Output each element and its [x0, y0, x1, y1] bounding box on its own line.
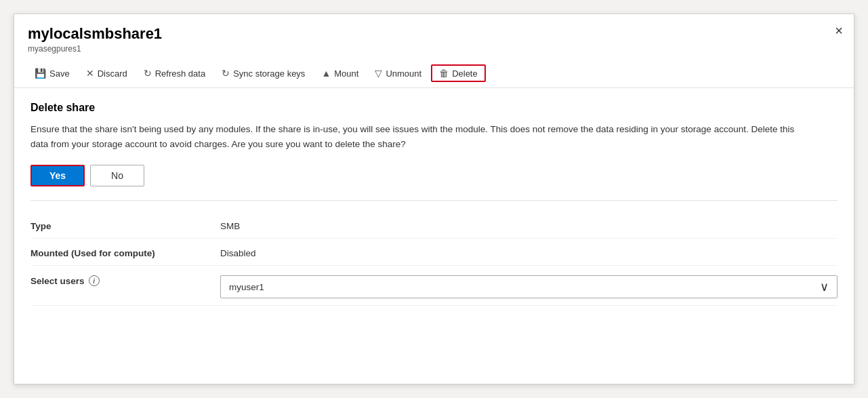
select-users-label: Select users i — [30, 273, 220, 286]
discard-icon: ✕ — [86, 68, 94, 79]
delete-share-heading: Delete share — [30, 102, 838, 114]
unmount-icon: ▽ — [375, 68, 382, 79]
chevron-down-icon: ∨ — [820, 279, 829, 294]
yes-button[interactable]: Yes — [30, 165, 85, 186]
delete-button[interactable]: 🗑 Delete — [431, 64, 486, 82]
toolbar: 💾 Save ✕ Discard ↻ Refresh data ↻ Sync s… — [28, 60, 840, 87]
delete-share-section: Delete share Ensure that the share isn't… — [30, 102, 838, 201]
mounted-value: Disabled — [220, 245, 838, 258]
select-users-row: Select users i myuser1 ∨ — [30, 266, 838, 306]
mount-button[interactable]: ▲ Mount — [314, 64, 365, 82]
confirm-btn-group: Yes No — [30, 165, 838, 186]
refresh-icon: ↻ — [144, 68, 152, 79]
type-row: Type SMB — [30, 212, 838, 239]
mount-icon: ▲ — [321, 68, 331, 79]
panel-header: mylocalsmbshare1 myasegpures1 💾 Save ✕ D… — [14, 14, 854, 88]
type-label: Type — [30, 218, 220, 231]
panel: mylocalsmbshare1 myasegpures1 💾 Save ✕ D… — [14, 14, 854, 384]
refresh-button[interactable]: ↻ Refresh data — [137, 64, 212, 82]
panel-body: Delete share Ensure that the share isn't… — [14, 88, 854, 319]
unmount-button[interactable]: ▽ Unmount — [368, 64, 428, 82]
select-users-value: myuser1 ∨ — [220, 273, 838, 298]
users-dropdown[interactable]: myuser1 ∨ — [220, 275, 838, 298]
sync-button[interactable]: ↻ Sync storage keys — [215, 64, 312, 82]
mounted-label: Mounted (Used for compute) — [30, 245, 220, 258]
form-section: Type SMB Mounted (Used for compute) Disa… — [30, 201, 838, 306]
save-button[interactable]: 💾 Save — [28, 64, 77, 82]
delete-icon: 🗑 — [439, 68, 449, 79]
save-icon: 💾 — [35, 68, 46, 79]
mounted-row: Mounted (Used for compute) Disabled — [30, 239, 838, 266]
delete-share-description: Ensure that the share isn't being used b… — [30, 122, 803, 151]
panel-subtitle: myasegpures1 — [28, 44, 840, 54]
sync-icon: ↻ — [222, 68, 230, 79]
type-value: SMB — [220, 218, 838, 231]
close-button[interactable]: × — [835, 24, 843, 37]
discard-button[interactable]: ✕ Discard — [79, 64, 134, 82]
no-button[interactable]: No — [90, 165, 144, 186]
page-title: mylocalsmbshare1 — [28, 25, 840, 43]
info-icon: i — [89, 275, 100, 286]
